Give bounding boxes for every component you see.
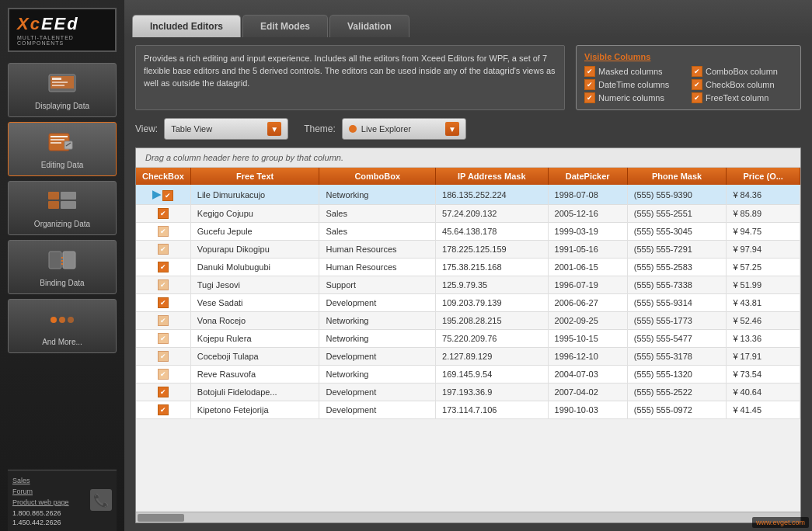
name-cell: Vona Rocejo xyxy=(190,312,319,330)
price-cell: ¥ 40.64 xyxy=(727,384,800,401)
checkbox-cell[interactable]: ▶✔ xyxy=(136,185,190,205)
date-cell: 2004-07-03 xyxy=(548,366,627,384)
checkbox-cell[interactable]: ✔ xyxy=(136,384,190,401)
table-row[interactable]: ✔Kipetono FetejorijaDevelopment173.114.7… xyxy=(136,401,800,419)
horizontal-scrollbar[interactable] xyxy=(136,512,800,522)
checkbox-cell[interactable]: ✔ xyxy=(136,348,190,366)
vc-checkbox-numeric[interactable]: ✔ xyxy=(584,92,595,103)
ip-cell: 186.135.252.224 xyxy=(436,185,549,205)
date-cell: 2002-09-25 xyxy=(548,312,627,330)
table-row[interactable]: ▶✔Lile DimurukacujoNetworking186.135.252… xyxy=(136,185,800,205)
grid-scroll[interactable]: CheckBox Free Text ComboBox IP Address M… xyxy=(136,168,800,512)
logo-box: XcEEd MULTI-TALENTED COMPONENTS xyxy=(8,8,117,52)
checkbox-cell[interactable]: ✔ xyxy=(136,205,190,223)
tab-edit-modes[interactable]: Edit Modes xyxy=(242,15,328,37)
theme-dropdown[interactable]: Live Explorer ▼ xyxy=(342,118,466,140)
vc-checkbox-datetime[interactable]: ✔ xyxy=(584,79,595,90)
tab-included-editors[interactable]: Included Editors xyxy=(132,15,241,37)
department-cell: Networking xyxy=(319,185,436,205)
sidebar-item-displaying-data[interactable]: Displaying Data xyxy=(8,63,117,117)
table-row[interactable]: ✔Gucefu JepuleSales45.64.138.1781999-03-… xyxy=(136,223,800,241)
tab-validation[interactable]: Validation xyxy=(329,15,409,37)
row-checkbox[interactable]: ✔ xyxy=(158,351,169,362)
name-cell: Lile Dimurukacujo xyxy=(190,185,319,205)
price-cell: ¥ 57.25 xyxy=(727,259,800,276)
view-dropdown[interactable]: Table View ▼ xyxy=(164,118,288,140)
scrollbar-thumb[interactable] xyxy=(138,514,184,522)
row-checkbox[interactable]: ✔ xyxy=(158,387,169,397)
vc-checkbox-freetext[interactable]: ✔ xyxy=(692,92,702,103)
sidebar-item-and-more[interactable]: And More... xyxy=(8,299,117,353)
row-checkbox[interactable]: ✔ xyxy=(158,315,169,326)
row-checkbox[interactable]: ✔ xyxy=(158,279,169,290)
ip-cell: 178.225.125.159 xyxy=(436,241,549,259)
product-link[interactable]: Product web page xyxy=(12,497,85,508)
phone-cell: (555) 555-1773 xyxy=(627,312,727,330)
price-cell: ¥ 52.46 xyxy=(727,312,800,330)
department-cell: Development xyxy=(319,401,436,419)
department-cell: Development xyxy=(319,294,436,312)
col-header-freetext[interactable]: Free Text xyxy=(190,168,319,185)
sidebar-item-binding-data[interactable]: Binding Data xyxy=(8,240,117,294)
checkbox-cell[interactable]: ✔ xyxy=(136,294,190,312)
vc-checkbox-cbcol[interactable]: ✔ xyxy=(692,79,702,90)
row-checkbox[interactable]: ✔ xyxy=(158,297,169,308)
department-cell: Networking xyxy=(319,312,436,330)
checkbox-cell[interactable]: ✔ xyxy=(136,259,190,276)
row-checkbox[interactable]: ✔ xyxy=(158,244,169,255)
row-checkbox[interactable]: ✔ xyxy=(158,404,169,415)
vc-label-freetext: FreeText column xyxy=(706,93,768,102)
row-checkbox[interactable]: ✔ xyxy=(158,226,169,237)
row-checkbox[interactable]: ✔ xyxy=(158,262,169,272)
date-cell: 1995-10-15 xyxy=(548,330,627,348)
sidebar-bottom: Sales Forum Product web page 1.800.865.2… xyxy=(8,470,117,531)
ip-cell: 125.9.79.35 xyxy=(436,276,549,294)
col-header-checkbox[interactable]: CheckBox xyxy=(136,168,190,185)
checkbox-cell[interactable]: ✔ xyxy=(136,312,190,330)
sidebar-item-organizing-data[interactable]: Organizing Data xyxy=(8,181,117,235)
table-row[interactable]: ✔Vopurapu DikogipuHuman Resources178.225… xyxy=(136,241,800,259)
forum-link[interactable]: Forum xyxy=(12,486,85,497)
table-row[interactable]: ✔Tugi JesoviSupport125.9.79.351996-07-19… xyxy=(136,276,800,294)
ip-cell: 45.64.138.178 xyxy=(436,223,549,241)
row-checkbox[interactable]: ✔ xyxy=(158,333,169,344)
price-cell: ¥ 73.54 xyxy=(727,366,800,384)
table-row[interactable]: ✔Vese SadatiDevelopment109.203.79.139200… xyxy=(136,294,800,312)
table-row[interactable]: ✔Kojepu RuleraNetworking75.220.209.76199… xyxy=(136,330,800,348)
vc-checkbox-masked[interactable]: ✔ xyxy=(584,66,595,77)
sales-link[interactable]: Sales xyxy=(12,475,85,486)
view-label: View: xyxy=(135,123,158,134)
table-row[interactable]: ✔Vona RocejoNetworking195.208.28.2152002… xyxy=(136,312,800,330)
phone-icon: 📞 xyxy=(90,489,112,513)
table-row[interactable]: ✔Kegigo CojupuSales57.24.209.1322005-12-… xyxy=(136,205,800,223)
table-row[interactable]: ✔Reve RasuvofaNetworking169.145.9.542004… xyxy=(136,366,800,384)
table-row[interactable]: ✔Danuki MolubugubiHuman Resources175.38.… xyxy=(136,259,800,276)
checkbox-cell[interactable]: ✔ xyxy=(136,276,190,294)
checkbox-cell[interactable]: ✔ xyxy=(136,330,190,348)
checkbox-cell[interactable]: ✔ xyxy=(136,241,190,259)
price-cell: ¥ 51.99 xyxy=(727,276,800,294)
sidebar-item-editing-data[interactable]: Editing Data xyxy=(8,122,117,176)
tab-bar: Included Editors Edit Modes Validation xyxy=(124,0,812,37)
phone-cell: (555) 555-7291 xyxy=(627,241,727,259)
row-checkbox[interactable]: ✔ xyxy=(162,190,173,201)
table-row[interactable]: ✔Botojuli Fidelodape...Development197.19… xyxy=(136,384,800,401)
checkbox-cell[interactable]: ✔ xyxy=(136,223,190,241)
svg-rect-3 xyxy=(52,82,68,83)
col-header-combobox[interactable]: ComboBox xyxy=(319,168,436,185)
table-row[interactable]: ✔Coceboji TulapaDevelopment2.127.89.1291… xyxy=(136,348,800,366)
view-value: Table View xyxy=(171,124,212,134)
col-header-price[interactable]: Price (O... xyxy=(727,168,800,185)
col-header-phone[interactable]: Phone Mask xyxy=(627,168,727,185)
table-header-row: CheckBox Free Text ComboBox IP Address M… xyxy=(136,168,800,185)
row-checkbox[interactable]: ✔ xyxy=(158,369,169,380)
sidebar: XcEEd MULTI-TALENTED COMPONENTS Displayi… xyxy=(0,0,124,531)
row-checkbox[interactable]: ✔ xyxy=(158,208,169,219)
checkbox-cell[interactable]: ✔ xyxy=(136,366,190,384)
col-header-datepicker[interactable]: DatePicker xyxy=(548,168,627,185)
date-cell: 2006-06-27 xyxy=(548,294,627,312)
col-header-ip[interactable]: IP Address Mask xyxy=(436,168,549,185)
checkbox-cell[interactable]: ✔ xyxy=(136,401,190,419)
vc-checkbox-combobox[interactable]: ✔ xyxy=(692,66,702,77)
theme-value: Live Explorer xyxy=(361,124,411,134)
